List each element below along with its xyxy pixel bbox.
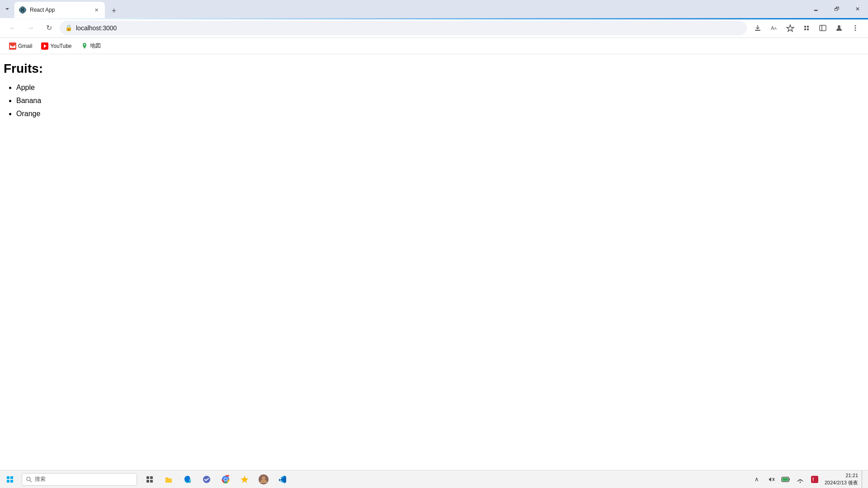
date-display: 2024/2/13 後夜 — [825, 479, 858, 486]
bookmarks-bar: Gmail YouTube 地図 — [0, 38, 868, 54]
chrome-icon — [221, 475, 230, 484]
maps-label: 地図 — [90, 42, 101, 50]
address-bar[interactable]: 🔒 localhost:3000 — [60, 21, 747, 35]
bookmark-maps[interactable]: 地図 — [77, 40, 104, 52]
svg-point-43 — [800, 481, 801, 483]
more-button[interactable] — [848, 21, 863, 35]
active-tab[interactable]: React App ✕ — [14, 2, 105, 18]
svg-rect-24 — [10, 480, 13, 483]
vscode-button[interactable] — [274, 470, 292, 488]
lock-icon: 🔒 — [65, 24, 72, 31]
svg-point-34 — [224, 478, 227, 481]
fruits-heading: Fruits: — [4, 61, 864, 76]
profile-button[interactable] — [832, 21, 846, 35]
svg-point-13 — [838, 25, 840, 28]
tab-strip: React App ✕ + — [14, 0, 121, 18]
svg-rect-42 — [783, 478, 788, 481]
app-icon-1 — [202, 475, 211, 484]
svg-rect-22 — [10, 476, 13, 479]
clock-button[interactable]: 21:21 2024/2/13 後夜 — [825, 472, 858, 486]
title-bar: React App ✕ + 🗕 🗗 ✕ — [0, 0, 868, 18]
svg-rect-30 — [150, 480, 153, 483]
svg-line-26 — [30, 480, 32, 482]
windows-icon — [6, 476, 14, 483]
svg-point-20 — [84, 44, 85, 45]
user-avatar-button[interactable] — [255, 470, 273, 488]
taskbar-search-bar[interactable]: 搜索 — [22, 473, 137, 486]
bookmark-youtube[interactable]: YouTube — [38, 41, 75, 52]
tab-close-button[interactable]: ✕ — [92, 6, 100, 14]
taskbar-right: ∧ — [750, 470, 868, 488]
translate-button[interactable]: AA — [767, 21, 781, 35]
edge-button[interactable] — [179, 470, 197, 488]
svg-point-15 — [855, 27, 856, 28]
svg-rect-10 — [807, 28, 809, 30]
start-button[interactable] — [0, 470, 20, 488]
network-button[interactable] — [794, 473, 807, 486]
svg-rect-27 — [146, 476, 149, 479]
youtube-favicon-icon — [41, 42, 48, 50]
network-icon — [797, 476, 804, 483]
taskbar: 搜索 — [0, 470, 868, 488]
restore-button[interactable]: 🗗 — [826, 0, 847, 18]
svg-rect-7 — [804, 26, 806, 28]
gmail-favicon-icon — [9, 42, 16, 50]
svg-rect-41 — [789, 479, 790, 480]
tray-expand-button[interactable]: ∧ — [750, 473, 763, 486]
svg-rect-9 — [804, 28, 806, 30]
address-text: localhost:3000 — [76, 24, 741, 32]
app-button-2[interactable] — [236, 470, 254, 488]
app-icon-2 — [240, 475, 249, 484]
tab-title-label: React App — [30, 7, 89, 13]
download-button[interactable] — [750, 21, 765, 35]
svg-rect-11 — [820, 25, 826, 31]
taskbar-search-text: 搜索 — [35, 475, 46, 483]
tab-chevron-button[interactable] — [0, 0, 14, 18]
loading-bar — [0, 18, 868, 19]
svg-point-16 — [855, 29, 856, 31]
forward-button[interactable]: → — [24, 21, 38, 35]
close-button[interactable]: ✕ — [847, 0, 868, 18]
show-desktop-button[interactable] — [862, 470, 864, 488]
notification-icon: ! — [811, 476, 818, 483]
task-view-icon — [146, 475, 154, 483]
battery-button[interactable] — [779, 473, 792, 486]
list-item: Orange — [16, 108, 864, 121]
back-button[interactable]: ← — [5, 21, 20, 35]
tab-favicon-icon — [19, 6, 26, 14]
svg-rect-4 — [755, 30, 760, 31]
list-item: Banana — [16, 94, 864, 108]
reload-button[interactable]: ↻ — [42, 21, 56, 35]
extensions-button[interactable] — [799, 21, 814, 35]
user-avatar-icon — [258, 474, 269, 485]
time-display: 21:21 — [845, 472, 858, 479]
volume-icon — [768, 476, 775, 483]
chrome-button[interactable] — [217, 470, 235, 488]
svg-point-14 — [855, 25, 856, 26]
svg-text:A: A — [774, 26, 777, 31]
volume-button[interactable] — [765, 473, 778, 486]
task-view-button[interactable] — [141, 470, 159, 488]
file-explorer-button[interactable] — [160, 470, 178, 488]
svg-text:!: ! — [812, 477, 814, 482]
taskbar-app-icons — [141, 470, 292, 488]
taskbar-search-icon — [26, 476, 32, 483]
svg-marker-35 — [241, 476, 249, 483]
bookmark-gmail[interactable]: Gmail — [5, 41, 36, 52]
notification-button[interactable]: ! — [808, 473, 821, 486]
fruits-list: Apple Banana Orange — [4, 81, 864, 120]
favorites-button[interactable] — [783, 21, 797, 35]
gmail-label: Gmail — [18, 43, 32, 49]
vscode-icon — [278, 475, 287, 484]
svg-rect-28 — [150, 476, 153, 479]
new-tab-button[interactable]: + — [107, 4, 121, 18]
svg-rect-21 — [7, 476, 9, 479]
nav-bar: ← → ↻ 🔒 localhost:3000 AA — [0, 18, 868, 38]
minimize-button[interactable]: 🗕 — [806, 0, 826, 18]
sidebar-button[interactable] — [816, 21, 830, 35]
file-explorer-icon — [164, 475, 173, 484]
maps-favicon-icon — [81, 42, 88, 50]
battery-icon — [781, 476, 790, 483]
app-button-1[interactable] — [198, 470, 216, 488]
svg-rect-29 — [146, 480, 149, 483]
